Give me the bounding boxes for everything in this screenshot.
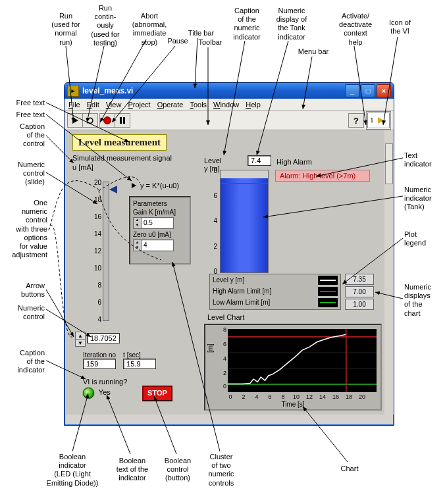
annot-numchart: Numericdisplaysof thechart	[404, 283, 442, 318]
annot-led: Booleanindicator(LED (LightEmitting Diod…	[39, 453, 105, 488]
legend-item-label: Level y [m]	[213, 276, 244, 284]
chart-xlabel: Time [s]	[205, 401, 380, 408]
annot-arrow: Arrowbuttons	[5, 282, 45, 299]
window-title: level_meas.vi	[82, 86, 133, 95]
vi-icon[interactable]	[366, 111, 391, 130]
running-caption: VI is running?	[83, 378, 127, 386]
menu-window[interactable]: Window	[213, 101, 239, 109]
plot-legend: Level y [m] High Alarm Limit [m] Low Ala…	[209, 274, 374, 310]
abort-button[interactable]	[100, 114, 115, 127]
annot-num-tank: Numericdisplay ofthe Tankindicator	[269, 7, 315, 41]
parameters-cluster: Parameters Gain K [m/mA] ▲▼ 0.5 Zero u0 …	[129, 196, 191, 265]
arrow-down-icon[interactable]: ▼	[76, 340, 85, 346]
toolbar: ?	[65, 111, 394, 130]
page-title: Level measurement	[72, 134, 167, 151]
annot-legend: Plotlegend	[404, 230, 442, 247]
tank-fill	[221, 178, 268, 272]
chart-plot-area	[228, 329, 377, 392]
arrow-buttons[interactable]: ▲ ▼	[75, 332, 86, 347]
running-group: VI is running? Yes	[83, 378, 127, 399]
annot-cap-ctrl: Captionof thecontrol	[5, 122, 45, 149]
front-panel: Level measurement Simulated measurement …	[66, 130, 384, 415]
high-alarm-caption: High Alarm	[276, 158, 312, 166]
tank-scale: 8 6 4 2 0	[204, 170, 217, 272]
chart-ylabel: [m]	[207, 343, 214, 353]
window: ▶ level_meas.vi _ □ × File Edit View Pro…	[64, 82, 394, 426]
menu-tools[interactable]: Tools	[190, 101, 207, 109]
tank-indicator	[220, 170, 269, 273]
legend-item-label: Low Alarm Limit [m]	[213, 299, 270, 306]
zero-label: Zero u0 [mA]	[133, 231, 187, 238]
svg-marker-0	[72, 117, 78, 124]
gain-label: Gain K [m/mA]	[133, 209, 187, 216]
context-help-button[interactable]: ?	[348, 113, 364, 128]
minimize-button[interactable]: _	[345, 84, 359, 97]
running-text: Yes	[99, 388, 111, 396]
slider-value[interactable]: 18.7052	[87, 333, 120, 343]
annot-cluster: Clusterof twonumericcontrols	[201, 453, 241, 488]
title-bar-icon: ▶	[67, 85, 79, 97]
zero-control[interactable]: ▲▼ 4	[133, 239, 174, 251]
close-button[interactable]: ×	[377, 84, 391, 97]
gain-control[interactable]: ▲▼ 0.5	[133, 217, 174, 229]
u-label: u [mA]	[72, 163, 93, 171]
menu-operate[interactable]: Operate	[157, 101, 184, 109]
annot-cap-ind: Captionof theindicator	[5, 349, 45, 375]
tank-numeric: 7.4	[248, 155, 271, 166]
annot-text-ind: Textindicator	[404, 151, 442, 168]
annot-cap-num: Captionof thenumericindicator	[227, 7, 267, 41]
annot-free2: Free text	[5, 111, 45, 119]
arrow-up-icon[interactable]: ▲	[76, 332, 85, 340]
annot-chart: Chart	[333, 465, 366, 473]
iter-value: 159	[83, 359, 116, 369]
stop-button[interactable]: STOP	[142, 386, 172, 401]
sim-signal-label: Simulated measurement signal	[72, 154, 172, 162]
annot-titlebar: Title bar	[183, 29, 219, 38]
annot-tank-ind: Numericindicator(Tank)	[404, 186, 442, 212]
slider-scale: 20 18 16 14 12 10 8 6 4	[83, 182, 101, 320]
annot-slide: Numericcontrol(slide)	[5, 161, 45, 187]
level-chart: [m] 8 6 4 2 0 0 2 4 6	[204, 324, 382, 411]
menu-edit[interactable]: Edit	[87, 101, 99, 109]
formula-text: y = K*(u-u0)	[132, 182, 179, 189]
annot-ctx-help: Activate/deactivatecontexthelp	[332, 12, 379, 47]
title-bar[interactable]: ▶ level_meas.vi _ □ ×	[65, 83, 394, 99]
annot-pause: Pause	[165, 37, 191, 45]
tank-alarm-line	[221, 183, 268, 184]
annot-boolbtn: Booleancontrol(button)	[158, 457, 197, 483]
annot-toolbar: Toolbar	[192, 38, 228, 47]
slider-track[interactable]	[103, 182, 109, 321]
menu-bar[interactable]: File Edit View Project Operate Tools Win…	[65, 99, 394, 111]
cluster-title: Parameters	[133, 200, 187, 207]
run-continuously-button[interactable]	[83, 114, 97, 127]
chart-label: Level Chart	[207, 313, 244, 321]
annot-run-cont: Runcontin-ously(used fortesting)	[86, 4, 125, 47]
run-button[interactable]	[68, 114, 83, 127]
vertical-scrollbar[interactable]	[384, 130, 394, 415]
maximize-button[interactable]: □	[361, 84, 375, 97]
menu-project[interactable]: Project	[128, 101, 150, 109]
led-indicator	[83, 388, 94, 399]
slider-control[interactable]: 20 18 16 14 12 10 8 6 4	[76, 175, 124, 333]
annot-booltxt: Booleantext of theindicator	[109, 457, 155, 483]
menu-view[interactable]: View	[106, 101, 122, 109]
menu-file[interactable]: File	[68, 101, 80, 109]
menu-help[interactable]: Help	[246, 101, 261, 109]
annot-vi-icon: Icon ofthe VI	[382, 18, 418, 36]
annot-run: Run(used fornormalrun)	[46, 12, 86, 47]
t-value: 15.9	[123, 359, 156, 369]
annot-numctrl: Numericcontrol	[5, 304, 45, 321]
annot-free1: Free text	[5, 99, 45, 107]
annot-three: Onenumericcontrolwith threeoptionsfor va…	[4, 199, 47, 259]
legend-values: 7.35 7.00 1.00	[345, 274, 374, 310]
alarm-text-indicator: Alarm: High level (>7m)	[275, 170, 370, 182]
iter-label: Iteration no	[83, 351, 116, 359]
t-label: t [sec]	[123, 351, 156, 359]
annot-menubar: Menu bar	[294, 47, 333, 56]
horizontal-scrollbar[interactable]	[66, 414, 384, 424]
slider-pointer[interactable]	[109, 186, 117, 193]
pause-button[interactable]	[115, 114, 130, 127]
iteration-box: Iteration no 159 t [sec] 15.9	[83, 351, 161, 369]
legend-item-label: High Alarm Limit [m]	[213, 288, 271, 295]
